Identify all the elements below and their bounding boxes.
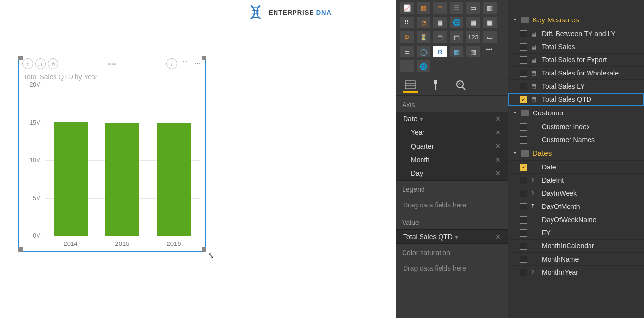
field-row[interactable]: ▤Total Sales [508,40,644,53]
expand-all-icon[interactable]: ⑃ [48,58,58,69]
field-group-header[interactable]: Customer [508,106,644,120]
visual-more-icon[interactable]: ⋯ [192,58,202,69]
remove-field-icon[interactable]: ✕ [493,142,503,150]
drill-toggle-icon[interactable]: ↓↓ [35,58,46,69]
well-axis[interactable]: Date ▾ ✕ Year✕Quarter✕Month✕Day✕ [396,112,508,181]
gallery-visual-icon[interactable]: ▦ [433,17,447,28]
field-row[interactable]: ✓▤Total Sales QTD [508,93,644,106]
chevron-down-icon[interactable]: ▾ [418,115,425,123]
field-checkbox[interactable] [520,177,527,184]
field-row[interactable]: FY [508,226,644,239]
gallery-visual-icon[interactable]: ☰ [450,2,463,14]
field-checkbox[interactable] [520,123,527,131]
focus-mode-icon[interactable]: ⛶ [179,58,190,69]
field-row[interactable]: ▤Diff. Between TY and LY [508,27,644,40]
report-canvas[interactable]: ENTERPRISE DNA ⤡ ↑ ↓↓ ⑃ ══ ↓ ⛶ ⋯ Total S… [0,0,396,318]
field-row[interactable]: ΣDayOfMonth [508,200,644,213]
field-checkbox[interactable] [520,256,527,263]
gallery-visual-icon[interactable]: ▦ [466,46,480,57]
gallery-visual-icon[interactable]: ▭ [400,46,414,57]
gallery-visual-icon[interactable]: ▭ [400,60,414,72]
gallery-visual-icon[interactable]: ▥ [483,2,497,14]
field-checkbox[interactable] [520,243,527,250]
remove-field-icon[interactable]: ✕ [493,169,503,177]
gallery-visual-icon[interactable]: ◔ [417,17,430,28]
field-checkbox[interactable] [520,70,527,77]
gallery-visual-icon[interactable]: ▤ [433,31,447,43]
well-axis-level[interactable]: Year✕ [396,126,508,139]
well-axis-level[interactable]: Month✕ [396,153,508,167]
field-row[interactable]: DayOfWeekName [508,213,644,226]
tab-analytics[interactable] [454,80,468,93]
field-row[interactable]: ▤Total Sales LY [508,79,644,93]
drill-down-icon[interactable]: ↓ [166,58,177,69]
chart-visual[interactable]: ⤡ ↑ ↓↓ ⑃ ══ ↓ ⛶ ⋯ Total Sales QTD by Yea… [18,56,206,252]
field-checkbox[interactable] [520,83,527,90]
field-checkbox[interactable] [520,203,527,210]
gallery-visual-icon[interactable]: ▦ [450,46,463,57]
field-row[interactable]: ▤Total Sales for Export [508,53,644,66]
field-checkbox[interactable] [520,216,527,224]
gallery-visual-icon[interactable]: R [433,46,447,57]
bar[interactable] [157,123,191,236]
field-checkbox[interactable] [520,190,527,197]
resize-handle-br[interactable] [202,247,206,252]
field-checkbox[interactable] [520,30,527,37]
gallery-visual-icon[interactable]: ▭ [466,2,480,14]
field-checkbox[interactable]: ✓ [520,96,527,103]
well-axis-level[interactable]: Day✕ [396,167,508,180]
gallery-visual-icon[interactable]: ⠿ [400,17,414,28]
gallery-visual-icon[interactable]: 📈 [400,2,414,14]
gallery-visual-icon[interactable]: 123 [466,31,480,43]
well-axis-main[interactable]: Date ▾ ✕ [396,112,508,126]
gallery-visual-icon[interactable]: ▤ [450,31,463,43]
gallery-visual-icon[interactable]: ▦ [483,17,497,28]
gallery-visual-icon[interactable]: ▦ [417,2,430,14]
remove-field-icon[interactable]: ✕ [493,129,503,136]
chevron-down-icon[interactable]: ▾ [453,233,460,241]
field-checkbox[interactable] [520,43,527,51]
well-value[interactable]: Total Sales QTD ▾ ✕ [396,229,508,244]
field-checkbox[interactable] [520,269,527,276]
gallery-visual-icon[interactable]: ▤ [433,2,447,14]
bar[interactable] [54,122,88,236]
gallery-visual-icon[interactable]: 🌐 [417,60,430,72]
field-row[interactable]: MonthName [508,252,644,265]
gallery-visual-icon[interactable]: ◯ [417,46,430,57]
field-row[interactable]: ▤Total Sales for Wholesale [508,66,644,79]
field-row[interactable]: ΣDateInt [508,173,644,187]
field-checkbox[interactable] [520,229,527,237]
field-checkbox[interactable] [520,136,527,144]
bar[interactable] [105,123,139,236]
resize-handle-tl[interactable] [18,56,23,60]
field-row[interactable]: ΣDayInWeek [508,187,644,200]
field-group-header[interactable]: Dates [508,146,644,160]
resize-handle-bl[interactable] [18,247,23,252]
field-row[interactable]: Customer Index [508,120,644,133]
well-axis-level[interactable]: Quarter✕ [396,139,508,153]
field-row[interactable]: Customer Names [508,133,644,146]
gallery-more-icon[interactable]: ••• [483,46,497,57]
well-value-item[interactable]: Total Sales QTD ▾ ✕ [396,230,508,243]
field-checkbox[interactable] [520,56,527,64]
tab-fields[interactable] [403,80,418,93]
well-legend-placeholder[interactable]: Drag data fields here [396,196,508,214]
field-checkbox[interactable]: ✓ [520,164,527,171]
field-row[interactable]: MonthInCalendar [508,239,644,252]
well-color-placeholder[interactable]: Drag data fields here [396,260,508,277]
field-group-header[interactable]: Key Measures [508,13,644,27]
field-row[interactable]: ✓Date [508,160,644,173]
remove-field-icon[interactable]: ✕ [493,156,503,164]
gallery-visual-icon[interactable]: ▭ [483,31,497,43]
gallery-visual-icon[interactable]: ⏳ [417,31,430,43]
gallery-visual-icon[interactable]: ▦ [466,17,480,28]
tab-format[interactable] [428,80,443,93]
gallery-visual-icon[interactable]: 🌐 [450,17,463,28]
drag-grip-icon[interactable]: ══ [108,61,117,67]
field-row[interactable]: ΣMonthnYear [508,265,644,279]
resize-handle-tr[interactable] [202,56,206,60]
remove-field-icon[interactable]: ✕ [493,115,503,123]
remove-field-icon[interactable]: ✕ [493,233,503,241]
gallery-visual-icon[interactable]: ⚙ [400,31,414,43]
drill-up-icon[interactable]: ↑ [22,58,33,69]
